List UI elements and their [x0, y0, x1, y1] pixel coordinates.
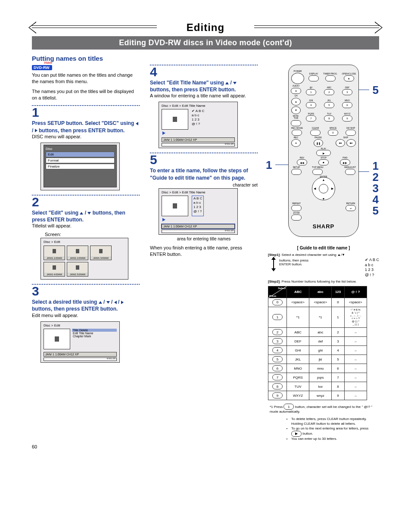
step-2-number: 2 — [32, 196, 140, 208]
guide-step-2: [Step2]: Press Number buttons following … — [268, 280, 379, 283]
edit-title-name-screen-1: Disc > Edit > Edit Title Name A B C a b … — [159, 102, 238, 148]
setup-button[interactable] — [291, 169, 302, 175]
column-right: 1 5 1 2 3 4 5 POWER DISPLAY TIMER PROG. … — [268, 65, 379, 445]
title-thumb: JAN/1 3:00AM — [90, 246, 112, 260]
rev-button[interactable]: ◀◀ — [297, 159, 307, 165]
ch-up-button[interactable]: ▲ — [291, 98, 301, 106]
page-number: 60 — [32, 444, 37, 449]
play-icon — [162, 218, 165, 221]
disc-menu-item: Edit — [46, 152, 115, 157]
return-button[interactable]: ↩ — [346, 205, 356, 211]
key-9[interactable]: 9 — [342, 115, 352, 121]
guide-notes-list: To delete letters, press CLEAR button re… — [268, 417, 379, 442]
page-header: Editing — [32, 22, 379, 34]
step-3-note: Edit menu will appear. — [32, 313, 140, 318]
guide-step-1: [Step1]: Select a desired character set … — [268, 253, 379, 257]
remote-diagram: 1 5 1 2 3 4 5 POWER DISPLAY TIMER PROG. … — [276, 65, 371, 237]
step-3-number: 3 — [32, 285, 140, 298]
timer-button[interactable] — [325, 75, 336, 81]
step-1-number: 1 — [32, 106, 140, 119]
callout-5-top: 5 — [373, 84, 379, 97]
key-0[interactable]: 0 — [328, 130, 338, 136]
key-3[interactable]: 3 — [342, 89, 352, 95]
section-title: Putting names on titles — [32, 55, 379, 62]
step-4-note: A window for entering a title name will … — [150, 93, 258, 98]
disc-menu-screen: Disc Edit Format Finalize — [40, 143, 120, 190]
clear-button[interactable] — [310, 130, 321, 136]
character-input-table: SelectPress ABC abc 123 @ ! ? 0<space><s… — [268, 286, 367, 400]
title-thumb: JAN/1 5:00AM — [67, 262, 88, 277]
step-5-final: When you finish entering a title name, p… — [150, 245, 258, 258]
recmode-button[interactable] — [292, 130, 302, 136]
key-7[interactable]: 7 — [306, 115, 316, 121]
ch-down-button[interactable]: ▼ — [291, 106, 301, 114]
zoom-button[interactable] — [291, 215, 302, 221]
up-down-arrow-icon — [271, 258, 276, 271]
monitor-button[interactable] — [291, 120, 301, 126]
screen-label: Screen: — [45, 232, 140, 237]
display-button[interactable] — [308, 75, 319, 81]
guide-note: To go on to the next entering area for l… — [291, 426, 379, 437]
edit-title-name-screen-2: Disc > Edit > Edit Title Name A B C a b … — [159, 188, 238, 235]
guide-title: [ Guide to edit title name ] — [268, 246, 379, 250]
titlelist-screen: Disc > Edit JAN/1 1:00AM JAN/1 2:00AM JA… — [40, 238, 128, 280]
topmenu-button[interactable] — [312, 169, 323, 175]
disc-menu-item: Finalize — [46, 164, 115, 169]
step-1-note: DISC menu will appear. — [32, 134, 140, 139]
cmskip-button[interactable] — [346, 130, 356, 136]
step-4-number: 4 — [150, 65, 258, 78]
key-8[interactable]: 8 — [324, 115, 334, 121]
key-6[interactable]: 6 — [342, 102, 352, 108]
power-button[interactable] — [291, 73, 304, 84]
title-thumb: JAN/1 1:00AM — [44, 246, 65, 260]
play-button[interactable]: ▶ — [316, 150, 331, 156]
key-2[interactable]: 2 — [324, 89, 334, 95]
play-icon — [162, 131, 165, 135]
key-5[interactable]: 5 — [324, 102, 334, 108]
pause-button[interactable]: ❚❚ — [314, 139, 323, 147]
step-4-instruction: Select "Edit Title Name" using / buttons… — [150, 79, 258, 93]
number-keypad: @!1 ABC2 DEF3 GHI4 JKL5 MNO6 PQRS7 TUV8 … — [303, 87, 355, 124]
charset-annotation: character set — [150, 183, 258, 187]
page-subheader: Editing DVD-RW discs in Video mode (cont… — [32, 36, 379, 50]
step-2-instruction: Select "Edit" using / buttons, then pres… — [32, 209, 140, 223]
guide-note: To delete letters, press CLEAR button re… — [291, 417, 379, 426]
stop-button[interactable]: ■ — [318, 159, 329, 165]
column-middle: 4 Select "Edit Title Name" using / butto… — [150, 65, 258, 261]
area-annotation: area for entering title names — [150, 236, 258, 241]
repeat-button[interactable] — [291, 205, 302, 211]
guide-note: You can enter up to 30 letters. — [291, 437, 379, 442]
step-5-number: 5 — [150, 153, 258, 166]
disc-menu-item: Format — [46, 158, 115, 163]
title-thumb: JAN/1 2:00AM — [67, 246, 88, 260]
guide-charset-list: A B C a b c 1 2 3 @ ! ? — [365, 258, 379, 278]
edit-menu-screen: Disc > Edit Title Delete Edit Title Name… — [40, 321, 120, 363]
step-3-instruction: Select a desired title using / / / butto… — [32, 299, 140, 312]
dvd-rw-badge: Video DVD-RW — [32, 65, 52, 70]
skip-prev-button[interactable]: ⏮ — [336, 139, 345, 147]
key-4[interactable]: 4 — [306, 102, 316, 108]
callout-1-left: 1 — [266, 159, 272, 172]
key-1[interactable]: 1 — [306, 89, 316, 95]
skip-next-button[interactable]: ⏭ — [346, 139, 356, 147]
title-thumb: JAN/1 4:00AM — [44, 262, 65, 277]
step-2-note: Titlelist will appear. — [32, 223, 140, 228]
intro-text-1: You can put title names on the titles an… — [32, 72, 140, 85]
remote-brand: SHARP — [291, 223, 356, 230]
step-1-instruction: Press SETUP button. Select "DISC" using … — [32, 120, 140, 134]
enter-button[interactable] — [319, 184, 328, 193]
fwd-button[interactable]: ▶▶ — [340, 159, 350, 165]
column-left: Video DVD-RW You can put title names on … — [32, 65, 140, 363]
intro-text-2: The names you put on the titles will be … — [32, 88, 140, 101]
menulist-button[interactable] — [345, 169, 355, 175]
rec-button[interactable]: ● — [291, 139, 301, 147]
audio-button[interactable]: ● — [291, 88, 301, 94]
open-close-button[interactable]: ▲ — [344, 75, 354, 81]
guide-footnote-star: *1 Press 1 button, character set will be… — [268, 404, 379, 414]
navigation-pad[interactable]: ENTER ▲ ▼ ◀ ▶ — [304, 177, 343, 201]
step-5-instruction: To enter a title name, follow the steps … — [150, 167, 258, 181]
